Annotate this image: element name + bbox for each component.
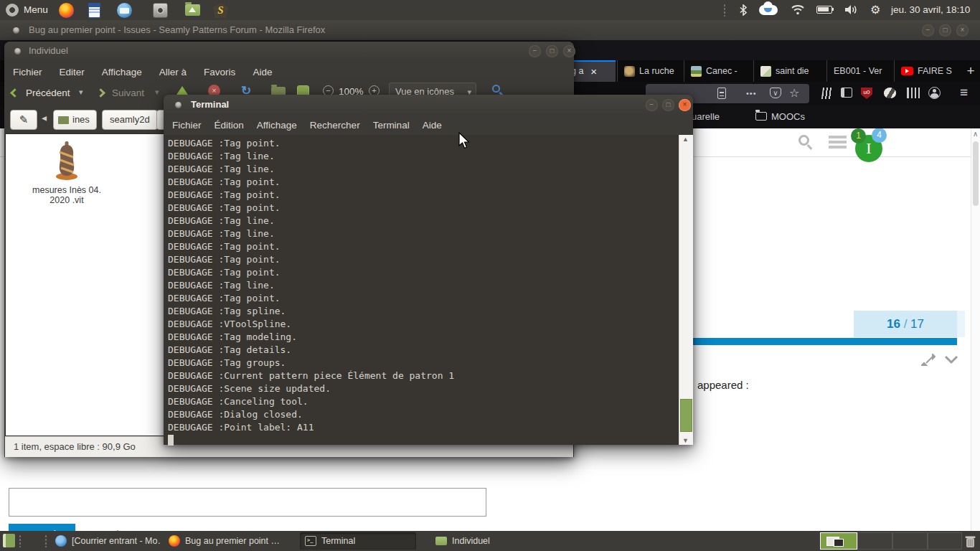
- account-icon[interactable]: [928, 87, 941, 99]
- menu-item[interactable]: Aller à: [159, 64, 187, 81]
- workspace-2[interactable]: [857, 532, 892, 550]
- tab-la-ruche[interactable]: La ruche: [617, 60, 683, 82]
- tab-close-icon[interactable]: ×: [590, 65, 597, 77]
- show-desktop-icon[interactable]: [3, 534, 15, 547]
- notification-badge-green[interactable]: 1: [851, 128, 866, 143]
- scrollbar-thumb[interactable]: [680, 399, 692, 432]
- maximize-button[interactable]: □: [546, 45, 558, 57]
- writer-launcher-icon[interactable]: [88, 3, 100, 18]
- topic-progress[interactable]: 16 / 17: [854, 311, 957, 337]
- maximize-button[interactable]: □: [662, 99, 674, 111]
- tab-saint-die[interactable]: saint die: [753, 60, 826, 82]
- scrollbar-up-arrow[interactable]: ∧: [973, 130, 978, 138]
- bluetooth-icon[interactable]: [739, 4, 748, 16]
- extension-fence-icon[interactable]: [907, 88, 920, 98]
- menu-item[interactable]: Affichage: [102, 64, 142, 81]
- battery-icon[interactable]: [816, 6, 832, 14]
- file-manager-titlebar[interactable]: Individuel − □ ×: [4, 42, 574, 60]
- scrollbar-down-arrow[interactable]: ▼: [682, 437, 689, 444]
- pocket-icon[interactable]: ∨: [770, 88, 781, 98]
- file-item-vit[interactable]: mesures Inès 04. 2020 .vit: [13, 140, 121, 205]
- firefox-titlebar[interactable]: Bug au premier point - Issues - Seamly P…: [0, 20, 980, 40]
- reply-button[interactable]: ↩Reply: [9, 524, 75, 531]
- taskbar-item-terminal[interactable]: >_ Terminal: [300, 532, 416, 550]
- bookmark-folder-moocs[interactable]: MOOCs: [771, 111, 805, 122]
- menu-item[interactable]: Aide: [423, 117, 442, 134]
- menu-item[interactable]: Édition: [215, 117, 244, 134]
- scrollbar-thumb[interactable]: [973, 141, 979, 206]
- topic-list-icon[interactable]: [829, 136, 847, 149]
- close-button[interactable]: ×: [956, 24, 969, 37]
- minimize-button[interactable]: −: [922, 24, 934, 37]
- menu-item[interactable]: Affichage: [257, 117, 297, 134]
- cloud-sync-icon[interactable]: [759, 5, 778, 15]
- close-button[interactable]: ×: [563, 45, 575, 57]
- reader-mode-icon[interactable]: [717, 88, 726, 99]
- bookmark-star-icon[interactable]: ☆: [789, 86, 799, 100]
- volume-icon[interactable]: [845, 4, 858, 15]
- seamly-launcher-icon[interactable]: S: [213, 3, 228, 18]
- terminal-line: DEBUGAGE :Tag groups.: [168, 357, 679, 369]
- wifi-icon[interactable]: [791, 4, 805, 15]
- page-actions-icon[interactable]: •••: [746, 86, 757, 100]
- notification-badge-blue[interactable]: 4: [872, 128, 887, 143]
- forward-dropdown-icon[interactable]: ▾: [155, 88, 159, 97]
- new-tab-button[interactable]: +: [963, 62, 979, 80]
- clock[interactable]: jeu. 30 avril, 18:10: [891, 0, 970, 20]
- reply-textarea[interactable]: [9, 488, 486, 517]
- workspace-1-active[interactable]: [820, 532, 857, 550]
- file-manager-launcher-icon[interactable]: [185, 4, 200, 16]
- scrollbar-up-arrow[interactable]: ▲: [682, 136, 689, 143]
- folder-tab: [755, 110, 760, 112]
- expand-icon[interactable]: [921, 354, 936, 368]
- workspace-3[interactable]: [892, 532, 928, 550]
- terminal-titlebar[interactable]: Terminal − □ ×: [164, 95, 693, 115]
- tab-canec[interactable]: Canec -: [684, 60, 753, 82]
- chevron-down-icon[interactable]: [944, 355, 958, 365]
- library-icon[interactable]: [821, 88, 834, 99]
- menu-item[interactable]: Editer: [60, 64, 85, 81]
- edit-path-button[interactable]: ✎: [10, 110, 37, 130]
- breadcrumb-seamly2d[interactable]: seamly2d: [102, 110, 158, 130]
- breadcrumb-label: ines: [72, 114, 90, 125]
- ublock-icon[interactable]: u0: [861, 88, 872, 99]
- menu-button-label[interactable]: Menu: [24, 0, 48, 20]
- trash-icon[interactable]: [964, 534, 976, 548]
- thunderbird-launcher-icon[interactable]: [117, 3, 132, 18]
- taskbar-item-thunderbird[interactable]: [Courrier entrant - Mo…: [50, 532, 161, 550]
- maximize-button[interactable]: □: [939, 24, 951, 37]
- screenshot-launcher-icon[interactable]: [153, 3, 168, 18]
- extension-animal-icon[interactable]: [884, 88, 896, 98]
- close-button[interactable]: ×: [679, 99, 691, 111]
- terminal-screen[interactable]: DEBUGAGE :Tag point.DEBUGAGE :Tag line.D…: [164, 135, 679, 445]
- menu-item[interactable]: Fichier: [172, 117, 202, 134]
- taskbar-item-file-manager[interactable]: Individuel: [430, 532, 552, 550]
- sidebar-icon[interactable]: [841, 88, 852, 98]
- bookmark-item-partial[interactable]: uarelle: [692, 111, 720, 122]
- menu-item[interactable]: Terminal: [373, 117, 410, 134]
- menu-item[interactable]: Aide: [253, 64, 272, 81]
- scroll-left-button[interactable]: ◂: [42, 112, 47, 123]
- window-menu-icon[interactable]: [175, 102, 182, 108]
- menu-button-icon[interactable]: [6, 4, 19, 17]
- tab-faire[interactable]: FAIRE S: [894, 60, 961, 82]
- minimize-button[interactable]: −: [646, 99, 658, 111]
- back-dropdown-icon[interactable]: ▾: [79, 88, 83, 97]
- terminal-line: DEBUGAGE :Scene size updated.: [168, 382, 679, 395]
- menu-item[interactable]: Rechercher: [310, 117, 360, 134]
- menu-item[interactable]: Fichier: [13, 64, 42, 81]
- firefox-launcher-icon[interactable]: [59, 3, 74, 18]
- window-menu-icon[interactable]: [14, 48, 21, 55]
- terminal-scrollbar[interactable]: ▲ ▼: [679, 135, 693, 445]
- taskbar-item-firefox[interactable]: Bug au premier point …: [164, 532, 283, 550]
- window-menu-icon[interactable]: [13, 27, 19, 34]
- settings-gear-icon[interactable]: ⚙: [870, 0, 880, 20]
- page-scrollbar[interactable]: ∧: [971, 128, 980, 531]
- up-button[interactable]: [176, 86, 188, 95]
- tab-eb001[interactable]: EB001 - Ver: [826, 60, 893, 82]
- minimize-button[interactable]: −: [529, 45, 541, 57]
- app-menu-icon[interactable]: ≡: [960, 85, 968, 100]
- breadcrumb-home[interactable]: ines: [53, 110, 97, 130]
- menu-item[interactable]: Favoris: [204, 64, 235, 81]
- workspace-4[interactable]: [928, 532, 962, 550]
